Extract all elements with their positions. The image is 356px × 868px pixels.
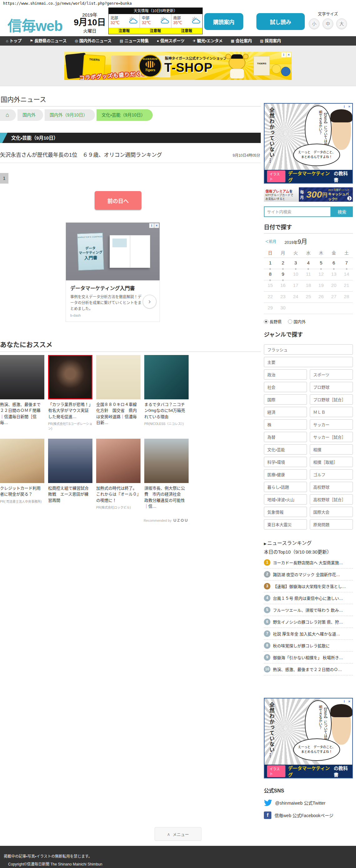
breadcrumb-item-kokunaigai[interactable]: 国内外 — [18, 109, 43, 121]
nav-item[interactable]: ▤ニュース特集 — [116, 36, 153, 45]
calendar-date-cell[interactable]: 13 — [328, 269, 340, 280]
area-radio-option[interactable]: 国内外 — [288, 318, 306, 324]
ranking-item[interactable]: 10 熱演、感激、最後まで２２日間のＯ… — [264, 663, 353, 675]
genre-item[interactable]: 政治 — [264, 369, 307, 380]
calendar-date-cell[interactable]: 7 — [340, 257, 353, 269]
ad-info-icon[interactable]: i — [342, 699, 347, 704]
genre-item[interactable]: 地域・津波・火山 — [264, 494, 307, 504]
calendar-date-cell[interactable] — [328, 303, 340, 314]
genre-item[interactable]: サッカー［試合］ — [310, 432, 353, 442]
calendar-date-cell[interactable]: 9 — [277, 269, 290, 280]
genre-item[interactable]: 高校野球［試合］ — [310, 494, 353, 504]
prev-month-link[interactable]: ＜前月 — [265, 239, 276, 244]
twitter-link[interactable]: @shinmaiweb 公式Twitter — [264, 799, 353, 807]
recommend-card[interactable]: まるでタバコ？ニコチン0mgなのに54万箱売れている理由 PR(NICOLESS… — [144, 355, 188, 431]
calendar-date-cell[interactable]: 22 — [264, 291, 277, 303]
font-size-option-button[interactable]: 大 — [336, 19, 347, 29]
calendar-date-cell[interactable] — [340, 303, 353, 314]
chevron-right-icon[interactable]: › — [143, 295, 156, 308]
genre-item[interactable]: 東日本大震災 — [264, 519, 307, 530]
menu-toggle-button[interactable]: ∧メニュー — [155, 827, 201, 841]
calendar-date-cell[interactable]: 27 — [328, 291, 340, 303]
ad-info-icon[interactable]: i — [281, 53, 286, 57]
breadcrumb-item-kokunaigai-date[interactable]: 国内外（9月10日） — [44, 109, 95, 121]
calendar-date-cell[interactable]: 28 — [340, 291, 353, 303]
nav-item[interactable]: ⚑長野県のニュース — [26, 36, 70, 45]
genre-item[interactable]: プロ野球 — [310, 382, 353, 392]
weather-alert-badge[interactable]: 注意報 — [109, 28, 140, 34]
font-size-option-button[interactable]: 中 — [323, 19, 333, 29]
genre-item[interactable]: サッカー — [310, 419, 353, 430]
page-number-button[interactable]: 1 — [0, 173, 8, 184]
genre-item[interactable]: 気象情報 — [264, 507, 307, 517]
manga-textbook-ad[interactable]: 全然わかっていない… 【DWH】については説明できるかい？ えーっと データのこ… — [264, 103, 353, 184]
nav-item[interactable]: ●信州スポーツ — [153, 36, 188, 45]
genre-item[interactable]: 相撲 — [310, 444, 353, 455]
calendar-date-cell[interactable] — [289, 303, 302, 314]
calendar-date-cell[interactable] — [302, 303, 315, 314]
weather-alert-badge[interactable]: 注意報 — [171, 28, 202, 34]
search-input[interactable] — [264, 206, 331, 217]
genre-item[interactable]: 為替 — [264, 432, 307, 442]
bdash-ad[interactable]: MARKETER'S COMPASS データ マーケティング 入門書 i × — [66, 222, 160, 322]
article-title-link[interactable]: 矢沢永吉さんが歴代最年長の1位 ６９歳、オリコン週間ランキング — [0, 151, 162, 158]
nav-item[interactable]: ▦会社案内 — [227, 36, 256, 45]
calendar-date-cell[interactable]: 3 — [289, 257, 302, 269]
recommend-card[interactable]: 須坂市長、例大祭に公費 市内の経済社会 政教分離違反の可能性｜信… — [144, 439, 188, 515]
calendar-date-cell[interactable]: 16 — [277, 280, 290, 291]
genre-item[interactable]: 経済 — [264, 407, 307, 417]
genre-item[interactable]: 社会 — [264, 382, 307, 392]
ad-info-icon[interactable]: i — [342, 104, 347, 109]
ranking-item[interactable]: 8 秋の味覚探しが豚コレラ拡散に — [264, 640, 353, 652]
calendar-date-cell[interactable]: 15 — [264, 280, 277, 291]
calendar-date-cell[interactable]: 12 — [315, 269, 328, 280]
ranking-item[interactable]: 4 台風１５号 県内は東信中心に激しい… — [264, 592, 353, 604]
genre-item[interactable]: スポーツ — [310, 369, 353, 380]
genre-item[interactable]: 高校野球 — [310, 482, 353, 492]
ranking-item[interactable]: 6 野生イノシシの豚コレラ対策 県、狩… — [264, 616, 353, 628]
calendar-date-cell[interactable]: 14 — [340, 269, 353, 280]
calendar-date-cell[interactable]: 1 — [264, 257, 277, 269]
calendar-date-cell[interactable]: 8 — [264, 269, 277, 280]
genre-item[interactable]: 国際大会 — [310, 507, 353, 517]
search-button[interactable]: 検索 — [331, 206, 353, 217]
area-radio-option[interactable]: 長野県 — [264, 318, 282, 324]
genre-item[interactable]: 主要 — [264, 357, 353, 367]
trial-read-button[interactable]: 試し読み — [257, 13, 305, 30]
calendar-date-cell[interactable]: 24 — [289, 291, 302, 303]
uzou-credit[interactable]: Recommended byUZOU — [0, 518, 188, 523]
ranking-item[interactable]: 9 御嶽海「引かない相撲を」 秋場所き… — [264, 652, 353, 663]
nav-item[interactable]: ◎国内外のニュース — [70, 36, 116, 45]
recommend-card[interactable]: 「カツラ業界が悲鳴！」有名大学がマウス実証した発毛促進… PR(株式会社T.Sコ… — [48, 355, 92, 431]
ranking-item[interactable]: 7 社説 厚生年金 加入拡大へ確かな道… — [264, 628, 353, 640]
calendar-date-cell[interactable] — [315, 303, 328, 314]
previous-day-button[interactable]: 前の日へ — [95, 191, 142, 210]
ad-info-icon[interactable]: i — [149, 223, 154, 228]
calendar-date-cell[interactable]: 17 — [289, 280, 302, 291]
ranking-item[interactable]: 1 ヨーカドー長野店閉店へ 大型商業施… — [264, 557, 353, 568]
calendar-date-cell[interactable]: 5 — [315, 257, 328, 269]
genre-item[interactable]: ゴルフ — [310, 469, 353, 479]
genre-item[interactable]: 暮らし・話題 — [264, 482, 307, 492]
genre-item[interactable]: 相撲［取組］ — [310, 457, 353, 467]
subscribe-button[interactable]: 購読案内 — [204, 13, 243, 30]
genre-item[interactable]: 文化・芸能 — [264, 444, 307, 455]
genre-item[interactable]: 原発問題 — [310, 519, 353, 530]
recommend-card[interactable]: クレジットカード利用者に現金が戻る？ PR( 司法書士法人中央事務所) — [0, 439, 44, 515]
ranking-item[interactable]: 5 フルーツエール、須坂で味わう 飲み… — [264, 604, 353, 616]
font-size-option-button[interactable]: 小 — [309, 19, 320, 29]
nav-item[interactable]: ▧採用案内 — [256, 36, 285, 45]
calendar-date-cell[interactable]: 10 — [289, 269, 302, 280]
bdash-ad-title[interactable]: データマーケティング入門書 — [70, 284, 155, 291]
breadcrumb-home[interactable]: ⌂ — [0, 109, 16, 121]
ranking-item[interactable]: 3 【速報】御嶽海は大栄翔を突き落とし… — [264, 581, 353, 592]
genre-item[interactable]: プロ野球［試合］ — [310, 394, 353, 405]
ranking-item[interactable]: 2 諏訪湖 夜空のマジック 全国新作花… — [264, 568, 353, 581]
recommend-card[interactable]: 熱演、感激、最後まで２２日間のＯＭＦ閉幕｜信濃毎日新聞［信毎… — [0, 355, 44, 431]
calendar-date-cell[interactable]: 21 — [340, 280, 353, 291]
recommend-card[interactable]: 加熱式の時代は終了。これからは『オール０』の喫煙に！ PR(株式会社ロックビル) — [96, 439, 141, 515]
genre-item[interactable]: 科学・環境 — [264, 457, 307, 467]
manga-textbook-ad[interactable]: 全然わかっていない… 【DWH】については説明できるかい？ えーっと データのこ… — [264, 698, 353, 778]
ad-close-icon[interactable]: × — [286, 53, 291, 57]
calendar-date-cell[interactable]: 19 — [315, 280, 328, 291]
